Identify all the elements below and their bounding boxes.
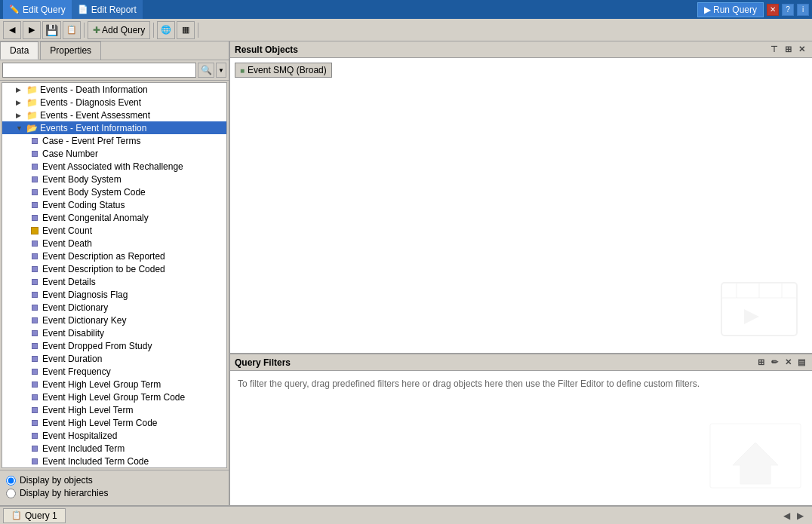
filter-help-icon[interactable]: ▤	[795, 357, 807, 369]
search-button[interactable]: 🔍	[198, 63, 214, 78]
globe-button[interactable]: 🌐	[157, 21, 175, 39]
close-window-button[interactable]: ✕	[767, 4, 779, 16]
run-query-icon: ▶	[704, 5, 711, 15]
tree-item-event-high-level-term-code[interactable]: Event High Level Term Code	[2, 416, 226, 429]
tree-item-event-high-level-term[interactable]: Event High Level Term	[2, 403, 226, 416]
bullet-icon	[29, 315, 40, 326]
info-button[interactable]: i	[797, 4, 809, 16]
nav-left-arrow[interactable]: ◀	[780, 510, 792, 522]
tree-item-event-desc-reported[interactable]: Event Description as Reported	[2, 250, 226, 262]
tree-item-label: Event Details	[42, 277, 96, 287]
save-button[interactable]: 💾	[42, 21, 61, 39]
query-tab[interactable]: 📋 Query 1	[3, 508, 66, 523]
tree-item-event-intensity[interactable]: Event Intensity	[2, 467, 226, 468]
tree-item-events-death[interactable]: ▶📁Events - Death Information	[2, 83, 226, 96]
tree-item-event-disability[interactable]: Event Disability	[2, 326, 226, 339]
tree-item-label: Event High Level Term Code	[42, 418, 158, 428]
tree-container[interactable]: ▶📁Events - Death Information▶📁Events - D…	[2, 82, 227, 468]
back-button[interactable]: ◀	[3, 21, 21, 39]
filter-edit-icon[interactable]: ✏	[768, 357, 780, 369]
expander-icon: ▼	[16, 124, 25, 132]
tree-item-events-information[interactable]: ▼📂Events - Event Information	[2, 121, 226, 134]
add-query-label: Add Query	[102, 25, 145, 35]
tree-item-case-pref-terms[interactable]: Case - Event Pref Terms	[2, 134, 226, 147]
titlebar: ✏️ Edit Query 📄 Edit Report ▶ Run Query …	[0, 0, 812, 19]
result-objects-title: Result Objects	[235, 44, 765, 55]
tree-item-event-assoc-rechallenge[interactable]: Event Associated with Rechallenge	[2, 160, 226, 173]
tree-item-event-count[interactable]: Event Count	[2, 224, 226, 237]
bullet-icon	[29, 366, 40, 377]
expand-folder-icon: 📁	[26, 97, 38, 108]
tree-item-label: Event Coding Status	[42, 200, 125, 210]
expand-icon[interactable]: ⊞	[782, 44, 794, 56]
tree-item-event-body-system-code[interactable]: Event Body System Code	[2, 185, 226, 198]
close-result-icon[interactable]: ✕	[795, 44, 807, 56]
filter-close-icon[interactable]: ✕	[782, 357, 794, 369]
expand-folder-icon: 📁	[26, 109, 38, 121]
bullet-icon	[29, 277, 40, 287]
tree-item-event-coding-status[interactable]: Event Coding Status	[2, 198, 226, 211]
edit-query-icon: ✏️	[9, 5, 20, 14]
query-tab-label: Query 1	[25, 510, 57, 521]
result-objects-header: Result Objects ⊤ ⊞ ✕	[230, 41, 812, 58]
query-filters-title: Query Filters	[235, 357, 752, 368]
svg-marker-1	[744, 309, 759, 324]
bullet-icon	[29, 328, 40, 339]
tree-item-event-body-system[interactable]: Event Body System	[2, 173, 226, 185]
query-filters-icons: ⊞ ✏ ✕ ▤	[755, 357, 807, 369]
titlebar-right: ▶ Run Query ✕ ? i	[697, 2, 809, 17]
tree-item-case-number[interactable]: Case Number	[2, 147, 226, 160]
radio-display-hierarchies[interactable]	[6, 489, 16, 498]
tree-item-event-high-level-group-term[interactable]: Event High Level Group Term	[2, 378, 226, 391]
add-query-button[interactable]: ✚ Add Query	[88, 21, 150, 39]
expander-icon: ▶	[16, 112, 25, 119]
bullet-icon	[29, 302, 40, 313]
search-dropdown-button[interactable]: ▼	[216, 63, 226, 78]
tree-item-events-diagnosis[interactable]: ▶📁Events - Diagnosis Event	[2, 96, 226, 109]
bullet-icon	[29, 200, 40, 210]
tree-item-label: Event Included Term	[42, 443, 125, 454]
chip-icon: ■	[240, 66, 245, 75]
filter-watermark	[706, 420, 804, 498]
tree-item-event-frequency[interactable]: Event Frequency	[2, 365, 226, 378]
tree-item-label: Event Description to be Coded	[42, 264, 165, 274]
properties-button[interactable]: 📋	[63, 21, 81, 39]
filter-add-icon[interactable]: ⊞	[755, 357, 767, 369]
tree-item-event-details[interactable]: Event Details	[2, 275, 226, 288]
tab-properties[interactable]: Properties	[40, 41, 101, 60]
run-query-label: Run Query	[713, 5, 757, 15]
radio-display-objects[interactable]	[6, 476, 16, 486]
tree-item-event-dictionary-key[interactable]: Event Dictionary Key	[2, 314, 226, 326]
tree-item-event-death[interactable]: Event Death	[2, 237, 226, 250]
forward-button[interactable]: ▶	[23, 21, 41, 39]
tree-item-event-included-term[interactable]: Event Included Term	[2, 442, 226, 455]
help-button[interactable]: ?	[782, 4, 794, 16]
tree-item-events-assessment[interactable]: ▶📁Events - Event Assessment	[2, 109, 226, 121]
search-input[interactable]	[2, 63, 196, 78]
run-query-button[interactable]: ▶ Run Query	[697, 2, 764, 17]
tree-item-event-duration[interactable]: Event Duration	[2, 352, 226, 365]
result-chip-smq[interactable]: ■ Event SMQ (Broad)	[235, 63, 332, 78]
tree-item-event-hospitalized[interactable]: Event Hospitalized	[2, 429, 226, 442]
radio-section: Display by objects Display by hierarchie…	[0, 470, 229, 505]
tree-item-event-high-level-group-term-code[interactable]: Event High Level Group Term Code	[2, 391, 226, 403]
tree-item-label: Event Included Term Code	[42, 456, 149, 467]
tree-item-event-included-term-code[interactable]: Event Included Term Code	[2, 455, 226, 467]
tree-item-event-dropped[interactable]: Event Dropped From Study	[2, 339, 226, 352]
bullet-icon	[29, 392, 40, 403]
tree-item-label: Events - Death Information	[40, 84, 148, 95]
tab-data[interactable]: Data	[0, 41, 38, 60]
nav-right-arrow[interactable]: ▶	[794, 510, 806, 522]
tab-edit-report[interactable]: 📄 Edit Report	[72, 0, 143, 19]
bullet-icon	[29, 225, 40, 236]
tree-item-event-diagnosis-flag[interactable]: Event Diagnosis Flag	[2, 288, 226, 301]
table-button[interactable]: ▦	[177, 21, 195, 39]
tree-item-event-desc-coded[interactable]: Event Description to be Coded	[2, 262, 226, 275]
tab-edit-query[interactable]: ✏️ Edit Query	[3, 0, 72, 19]
tree-item-event-dictionary[interactable]: Event Dictionary	[2, 301, 226, 314]
tree-item-event-congenital[interactable]: Event Congenital Anomaly	[2, 211, 226, 224]
bullet-icon	[29, 341, 40, 351]
tree-item-label: Event High Level Term	[42, 405, 134, 415]
main-content: Data Properties 🔍 ▼ ▶📁Events - Death Inf…	[0, 41, 812, 505]
filter-icon[interactable]: ⊤	[768, 44, 780, 56]
